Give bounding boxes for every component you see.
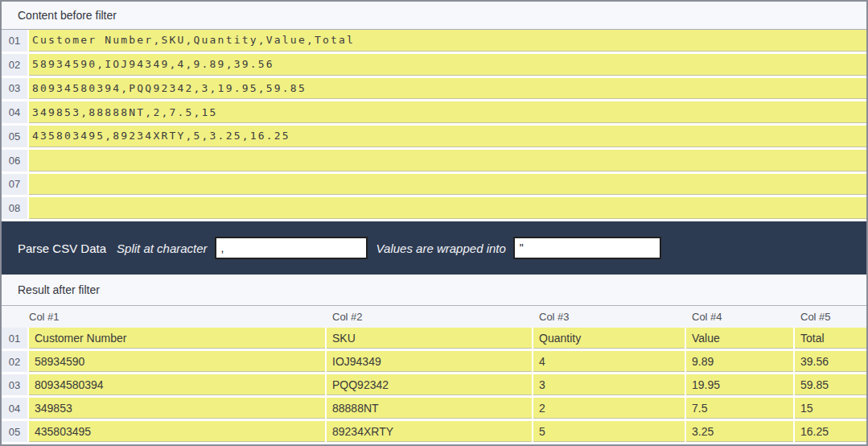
table-cell: 89234XRTY	[327, 421, 532, 442]
column-header: Col #3	[533, 311, 685, 323]
line-number: 03	[2, 78, 27, 100]
table-cell: 435803495	[29, 421, 325, 442]
csv-editor[interactable]: 01Customer Number,SKU,Quantity,Value,Tot…	[2, 30, 866, 221]
table-cell: 16.25	[795, 421, 866, 442]
editor-line-content[interactable]	[29, 150, 866, 171]
table-cell: 59.85	[795, 374, 866, 395]
table-row: 0543580349589234XRTY53.2516.25	[2, 421, 866, 444]
table-cell: 80934580394	[29, 374, 325, 395]
editor-line-content[interactable]: 58934590,IOJ94349,4,9.89,39.56	[29, 54, 866, 76]
content-before-filter-header: Content before filter	[2, 2, 866, 30]
table-cell: 88888NT	[327, 398, 532, 419]
table-cell: 5	[533, 421, 685, 442]
table-cell: 4	[533, 351, 685, 372]
table-cell: 15	[795, 398, 866, 419]
table-cell: Customer Number	[29, 328, 325, 349]
line-number: 07	[2, 174, 27, 196]
column-header: Col #1	[29, 311, 325, 323]
table-row: 0380934580394PQQ92342319.9559.85	[2, 374, 866, 398]
line-number: 08	[2, 197, 27, 219]
split-at-character-label: Split at character	[117, 242, 208, 255]
table-cell: Quantity	[533, 328, 685, 349]
result-table: 01Customer NumberSKUQuantityValueTotal02…	[2, 328, 866, 444]
line-number: 02	[2, 54, 27, 76]
row-number: 05	[2, 421, 27, 442]
column-header: Col #4	[686, 311, 793, 323]
line-number: 06	[2, 150, 27, 171]
table-cell: 3.25	[686, 421, 793, 442]
editor-line: 01Customer Number,SKU,Quantity,Value,Tot…	[2, 30, 866, 54]
row-number: 01	[2, 328, 27, 349]
values-wrapped-label: Values are wrapped into	[376, 242, 506, 255]
editor-line: 0258934590,IOJ94349,4,9.89,39.56	[2, 54, 866, 78]
editor-line: 06	[2, 150, 866, 174]
table-cell: 349853	[29, 398, 325, 419]
editor-line: 08	[2, 197, 866, 221]
column-header: Col #2	[327, 311, 532, 323]
table-cell: 58934590	[29, 351, 325, 372]
table-row: 0258934590IOJ9434949.8939.56	[2, 351, 866, 374]
editor-line-content[interactable]: 435803495,89234XRTY,5,3.25,16.25	[29, 126, 866, 147]
table-row: 01Customer NumberSKUQuantityValueTotal	[2, 328, 866, 351]
editor-line-content[interactable]: 80934580394,PQQ92342,3,19.95,59.85	[29, 78, 866, 100]
table-cell: Total	[795, 328, 866, 349]
row-number: 04	[2, 398, 27, 419]
editor-line-content[interactable]	[29, 174, 866, 196]
csv-parser-window: Content before filter 01Customer Number,…	[0, 0, 868, 446]
line-number: 04	[2, 101, 27, 123]
wrap-character-input[interactable]	[513, 237, 661, 259]
table-cell: 19.95	[686, 374, 793, 395]
editor-line: 07	[2, 174, 866, 198]
column-header: Col #5	[795, 311, 866, 323]
editor-line: 04349853,88888NT,2,7.5,15	[2, 101, 866, 126]
row-number: 03	[2, 374, 27, 395]
parse-toolbar: Parse CSV Data Split at character Values…	[2, 221, 866, 275]
line-number: 05	[2, 126, 27, 147]
content-before-filter-title: Content before filter	[18, 9, 117, 22]
table-cell: SKU	[327, 328, 532, 349]
editor-line-content[interactable]: Customer Number,SKU,Quantity,Value,Total	[29, 30, 866, 52]
table-cell: 7.5	[686, 398, 793, 419]
parse-csv-data-label: Parse CSV Data	[18, 242, 106, 255]
row-number: 02	[2, 351, 27, 372]
table-cell: Value	[686, 328, 793, 349]
table-cell: 39.56	[795, 351, 866, 372]
editor-line: 0380934580394,PQQ92342,3,19.95,59.85	[2, 78, 866, 102]
editor-line-content[interactable]	[29, 197, 866, 219]
result-column-headers: Col #1Col #2Col #3Col #4Col #5	[2, 306, 866, 328]
table-row: 0434985388888NT27.515	[2, 398, 866, 421]
table-cell: 3	[533, 374, 685, 395]
split-character-input[interactable]	[215, 237, 368, 259]
editor-line: 05435803495,89234XRTY,5,3.25,16.25	[2, 126, 866, 150]
line-number: 01	[2, 30, 27, 52]
table-cell: 2	[533, 398, 685, 419]
result-after-filter-title: Result after filter	[18, 283, 100, 296]
editor-line-content[interactable]: 349853,88888NT,2,7.5,15	[29, 101, 866, 123]
table-cell: 9.89	[686, 351, 793, 372]
result-after-filter-header: Result after filter	[2, 275, 866, 306]
table-cell: IOJ94349	[327, 351, 532, 372]
table-cell: PQQ92342	[327, 374, 532, 395]
